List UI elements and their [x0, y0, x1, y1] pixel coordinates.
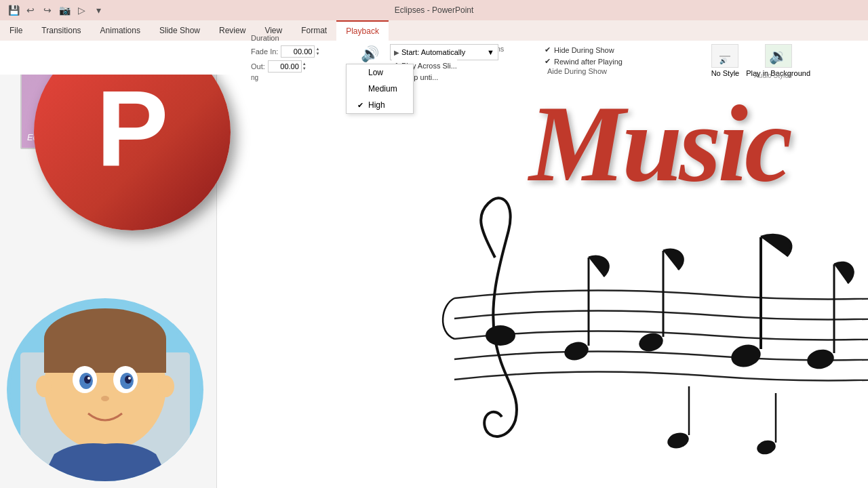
audio-styles-section-label: Audio Styles [732, 72, 814, 79]
svg-point-15 [128, 377, 131, 380]
svg-rect-7 [44, 339, 166, 373]
hide-during-show-label: Hide During Show [554, 46, 614, 54]
more-icon[interactable]: ▾ [92, 3, 105, 17]
tab-playback[interactable]: Playback [336, 20, 389, 41]
fade-in-down[interactable]: ▼ [315, 52, 323, 56]
tab-transitions[interactable]: Transitions [32, 20, 90, 41]
audio-styles-group: 🔊 No Style 🔉 Play in Background Audio St… [708, 41, 814, 81]
show-options-group: ✔ Hide During Show ✔ Rewind after Playin… [542, 42, 625, 77]
fade-out-down[interactable]: ▼ [302, 66, 311, 71]
fade-out-spinner[interactable]: ▲ ▼ [302, 62, 311, 71]
ppt-letter: P [96, 66, 169, 191]
fade-in-spinner[interactable]: ▲ ▼ [315, 47, 323, 56]
rewind-label: Rewind after Playing [554, 58, 623, 66]
undo-icon[interactable]: ↩ [24, 3, 37, 17]
svg-point-34 [755, 439, 777, 457]
svg-point-26 [806, 347, 836, 371]
svg-point-22 [637, 331, 665, 354]
svg-point-20 [562, 340, 591, 363]
fade-label: ng [251, 74, 323, 81]
hide-check: ✔ [545, 45, 551, 54]
volume-medium[interactable]: Medium [347, 81, 413, 97]
volume-high[interactable]: ✔ High [347, 97, 413, 113]
music-notes-svg [441, 176, 868, 481]
no-style-icon: 🔊 [711, 44, 738, 68]
quick-access-toolbar: 💾 ↩ ↪ 📷 ▷ ▾ [7, 3, 105, 17]
start-arrow: ▼ [487, 48, 494, 56]
volume-dropdown: Low Medium ✔ High [346, 64, 414, 114]
avatar-container [7, 298, 203, 481]
redo-icon[interactable]: ↪ [41, 3, 54, 17]
fade-out-label: Out: [251, 62, 265, 70]
svg-point-16 [101, 396, 109, 401]
fade-in-row: Fade In: ▲ ▼ [251, 45, 323, 58]
svg-point-17 [36, 375, 52, 397]
svg-point-32 [666, 430, 691, 451]
volume-icon: 🔊 [361, 45, 379, 63]
fade-out-up[interactable]: ▲ [302, 62, 311, 66]
tab-animations[interactable]: Animations [91, 20, 150, 41]
save-icon[interactable]: 💾 [7, 3, 20, 17]
play-icon-small: ▶ [394, 49, 399, 56]
play-bg-icon: 🔉 [765, 44, 792, 68]
title-bar: 💾 ↩ ↪ 📷 ▷ ▾ Eclipses - PowerPoint Audio … [0, 0, 868, 20]
fade-in-input[interactable] [281, 45, 315, 58]
tab-file[interactable]: File [0, 20, 32, 41]
camera-icon[interactable]: 📷 [58, 3, 71, 17]
start-dropdown-field[interactable]: ▶ Start: Automatically ▼ [390, 44, 498, 60]
fade-out-input[interactable] [268, 60, 302, 73]
hide-during-show-row[interactable]: ✔ Hide During Show [545, 45, 623, 54]
svg-point-14 [87, 377, 90, 380]
window-title: Eclipses - PowerPoint [395, 5, 474, 15]
start-label: Start: Automatically [401, 48, 465, 56]
svg-point-24 [729, 342, 764, 370]
tab-slideshow[interactable]: Slide Show [150, 20, 210, 41]
menu-tabs: File Transitions Animations Slide Show R… [0, 20, 868, 41]
fade-out-row: Out: ▲ ▼ [251, 60, 323, 73]
ribbon: 💾 ↩ ↪ 📷 ▷ ▾ Eclipses - PowerPoint Audio … [0, 0, 868, 75]
svg-point-12 [84, 375, 91, 384]
svg-point-18 [158, 375, 174, 397]
svg-text:🔊: 🔊 [719, 57, 728, 65]
fade-in-up[interactable]: ▲ [315, 47, 323, 52]
svg-point-13 [125, 375, 132, 384]
music-title: Music [529, 81, 789, 207]
music-notes [441, 176, 868, 488]
duration-label: Duration [251, 34, 323, 42]
present-icon[interactable]: ▷ [75, 3, 88, 17]
speaker-icon: 🔉 [769, 47, 787, 65]
rewind-check: ✔ [545, 57, 551, 66]
duration-group: Duration Fade In: ▲ ▼ Out: ▲ ▼ ng [244, 41, 330, 75]
aide-label: Aide During Show [545, 67, 623, 75]
high-check: ✔ [357, 101, 368, 110]
volume-low[interactable]: Low [347, 64, 413, 81]
avatar-svg [7, 298, 203, 481]
svg-point-19 [486, 325, 515, 346]
rewind-after-playing-row[interactable]: ✔ Rewind after Playing [545, 57, 623, 66]
tab-review[interactable]: Review [210, 20, 255, 41]
fade-in-label: Fade In: [251, 47, 278, 56]
